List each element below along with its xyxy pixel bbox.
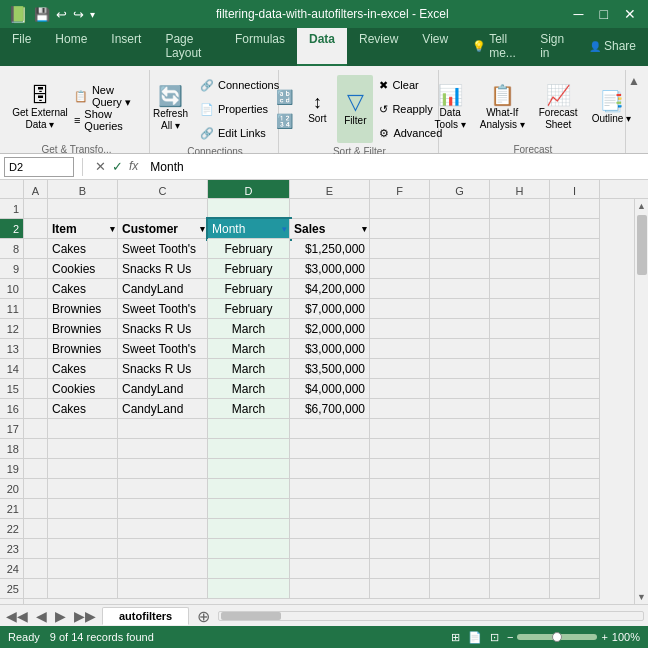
cell-A22[interactable] bbox=[24, 519, 48, 539]
cell-D12[interactable]: March bbox=[208, 319, 290, 339]
cell-A1[interactable] bbox=[24, 199, 48, 219]
cell-I16[interactable] bbox=[550, 399, 600, 419]
cell-E20[interactable] bbox=[290, 479, 370, 499]
cell-D15[interactable]: March bbox=[208, 379, 290, 399]
cell-D22[interactable] bbox=[208, 519, 290, 539]
cell-I24[interactable] bbox=[550, 559, 600, 579]
tab-share[interactable]: 👤Share bbox=[577, 28, 648, 66]
what-if-button[interactable]: 📋 What-IfAnalysis ▾ bbox=[474, 74, 531, 142]
cell-F13[interactable] bbox=[370, 339, 430, 359]
cell-E1[interactable] bbox=[290, 199, 370, 219]
cell-E24[interactable] bbox=[290, 559, 370, 579]
sheet-nav-left[interactable]: ◀ bbox=[34, 608, 49, 624]
cell-G16[interactable] bbox=[430, 399, 490, 419]
cell-F24[interactable] bbox=[370, 559, 430, 579]
cell-H23[interactable] bbox=[490, 539, 550, 559]
cell-D14[interactable]: March bbox=[208, 359, 290, 379]
cell-I18[interactable] bbox=[550, 439, 600, 459]
cell-I17[interactable] bbox=[550, 419, 600, 439]
cell-B13[interactable]: Brownies bbox=[48, 339, 118, 359]
cell-G11[interactable] bbox=[430, 299, 490, 319]
cell-E10[interactable]: $4,200,000 bbox=[290, 279, 370, 299]
forecast-button[interactable]: 📈 ForecastSheet bbox=[533, 74, 584, 142]
cell-B15[interactable]: Cookies bbox=[48, 379, 118, 399]
cell-B18[interactable] bbox=[48, 439, 118, 459]
tab-sign-in[interactable]: Sign in bbox=[528, 28, 577, 66]
customer-filter-arrow[interactable]: ▾ bbox=[200, 219, 205, 239]
cell-F12[interactable] bbox=[370, 319, 430, 339]
cell-G9[interactable] bbox=[430, 259, 490, 279]
page-break-icon[interactable]: ⊡ bbox=[490, 631, 499, 644]
cell-A19[interactable] bbox=[24, 459, 48, 479]
sales-filter-arrow[interactable]: ▾ bbox=[362, 219, 367, 239]
cell-A15[interactable] bbox=[24, 379, 48, 399]
cell-G21[interactable] bbox=[430, 499, 490, 519]
window-close[interactable]: ✕ bbox=[620, 6, 640, 22]
cell-A13[interactable] bbox=[24, 339, 48, 359]
add-sheet-button[interactable]: ⊕ bbox=[193, 607, 214, 626]
cell-E25[interactable] bbox=[290, 579, 370, 599]
cell-G10[interactable] bbox=[430, 279, 490, 299]
ribbon-collapse[interactable]: ▲ bbox=[628, 70, 644, 153]
cell-C23[interactable] bbox=[118, 539, 208, 559]
zoom-in-button[interactable]: + bbox=[601, 631, 607, 643]
window-maximize[interactable]: □ bbox=[596, 6, 612, 22]
cell-C10[interactable]: CandyLand bbox=[118, 279, 208, 299]
insert-function-icon[interactable]: fx bbox=[129, 159, 138, 174]
cell-A21[interactable] bbox=[24, 499, 48, 519]
cell-H20[interactable] bbox=[490, 479, 550, 499]
cell-D11[interactable]: February bbox=[208, 299, 290, 319]
cell-F16[interactable] bbox=[370, 399, 430, 419]
cell-I23[interactable] bbox=[550, 539, 600, 559]
cell-C18[interactable] bbox=[118, 439, 208, 459]
col-header-B[interactable]: B bbox=[48, 180, 118, 198]
sort-button[interactable]: ↕ Sort bbox=[299, 75, 335, 143]
zoom-slider[interactable] bbox=[517, 634, 597, 640]
sort-az-button[interactable]: 🔡 bbox=[272, 86, 297, 108]
cell-F21[interactable] bbox=[370, 499, 430, 519]
cell-C15[interactable]: CandyLand bbox=[118, 379, 208, 399]
cell-E2[interactable]: Sales▾ bbox=[290, 219, 370, 239]
cell-A11[interactable] bbox=[24, 299, 48, 319]
window-minimize[interactable]: ─ bbox=[570, 6, 588, 22]
filter-button[interactable]: ▽ Filter bbox=[337, 75, 373, 143]
properties-button[interactable]: 📄 Properties bbox=[196, 98, 283, 120]
cell-C1[interactable] bbox=[118, 199, 208, 219]
cell-F2[interactable] bbox=[370, 219, 430, 239]
tab-view[interactable]: View bbox=[410, 28, 460, 66]
tab-insert[interactable]: Insert bbox=[99, 28, 153, 66]
cell-A20[interactable] bbox=[24, 479, 48, 499]
cell-A25[interactable] bbox=[24, 579, 48, 599]
cell-G19[interactable] bbox=[430, 459, 490, 479]
cell-A10[interactable] bbox=[24, 279, 48, 299]
cell-H1[interactable] bbox=[490, 199, 550, 219]
cell-D13[interactable]: March bbox=[208, 339, 290, 359]
col-header-I[interactable]: I bbox=[550, 180, 600, 198]
cell-C19[interactable] bbox=[118, 459, 208, 479]
cell-A24[interactable] bbox=[24, 559, 48, 579]
cell-B21[interactable] bbox=[48, 499, 118, 519]
cell-I19[interactable] bbox=[550, 459, 600, 479]
cell-H18[interactable] bbox=[490, 439, 550, 459]
cell-B20[interactable] bbox=[48, 479, 118, 499]
cell-H8[interactable] bbox=[490, 239, 550, 259]
cell-G24[interactable] bbox=[430, 559, 490, 579]
zoom-handle[interactable] bbox=[552, 632, 562, 642]
cell-F25[interactable] bbox=[370, 579, 430, 599]
cell-H14[interactable] bbox=[490, 359, 550, 379]
cell-H15[interactable] bbox=[490, 379, 550, 399]
cell-F19[interactable] bbox=[370, 459, 430, 479]
cell-B17[interactable] bbox=[48, 419, 118, 439]
cell-D1[interactable] bbox=[208, 199, 290, 219]
cell-A17[interactable] bbox=[24, 419, 48, 439]
cell-C11[interactable]: Sweet Tooth's bbox=[118, 299, 208, 319]
cell-F8[interactable] bbox=[370, 239, 430, 259]
tab-page-layout[interactable]: Page Layout bbox=[153, 28, 223, 66]
cell-F20[interactable] bbox=[370, 479, 430, 499]
cell-H12[interactable] bbox=[490, 319, 550, 339]
item-filter-arrow[interactable]: ▾ bbox=[110, 219, 115, 239]
cell-A14[interactable] bbox=[24, 359, 48, 379]
cell-C21[interactable] bbox=[118, 499, 208, 519]
cell-A8[interactable] bbox=[24, 239, 48, 259]
name-box[interactable] bbox=[4, 157, 74, 177]
